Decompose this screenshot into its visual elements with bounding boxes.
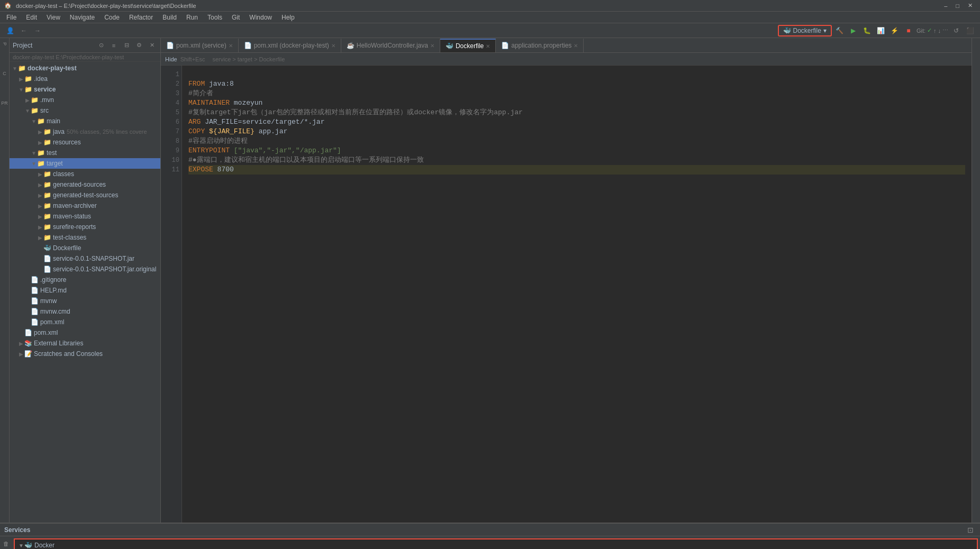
tab-app-props-close[interactable]: ✕ (574, 43, 578, 49)
code-editor[interactable]: FROM java:8 #简介者 MAINTAINER mozeyun #复制t… (182, 66, 972, 523)
menu-refactor[interactable]: Refactor (125, 13, 157, 22)
revert-btn[interactable]: ↺ (950, 25, 962, 36)
menu-run[interactable]: Run (182, 13, 202, 22)
menu-tools[interactable]: Tools (203, 13, 226, 22)
tree-item-maven-archiver[interactable]: ▶ 📁 maven-archiver (10, 200, 160, 211)
locate-btn[interactable]: ⊙ (96, 40, 106, 51)
tree-label-main: main (47, 117, 60, 125)
menu-navigate[interactable]: Navigate (66, 13, 99, 22)
code-line-11: EXPOSE 8700 (188, 165, 965, 175)
run-config-btn[interactable]: 🐳 Dockerfile ▾ (778, 25, 832, 36)
tab-hello-controller[interactable]: ☕ HelloWorldController.java ✕ (341, 39, 440, 52)
main-layout: P C PR Project ⊙ ≡ ⊟ ⚙ ✕ docker-play-tes… (0, 38, 980, 523)
tree-item-maven-status[interactable]: ▶ 📁 maven-status (10, 211, 160, 222)
arrow-main: ▼ (31, 118, 37, 124)
debug-btn[interactable]: 🐛 (861, 25, 873, 36)
tree-item-java[interactable]: ▶ 📁 java 50% classes, 25% lines covere (10, 126, 160, 137)
tree-item-dockerfile[interactable]: 🐳 Dockerfile (10, 243, 160, 253)
profile-btn[interactable]: 👤 (4, 25, 16, 36)
forward-btn[interactable]: → (32, 25, 43, 36)
tree-item-gitignore[interactable]: 📄 .gitignore (10, 274, 160, 285)
tree-item-jar-original[interactable]: 📄 service-0.0.1-SNAPSHOT.jar.original (10, 264, 160, 274)
collapse-btn[interactable]: ⊟ (121, 40, 132, 51)
close-btn[interactable]: ✕ (965, 1, 976, 10)
helpmd-icon: 📄 (31, 287, 39, 294)
code-line-4: MAINTAINER mozeyun (188, 98, 965, 108)
arrow-dockerfile (37, 245, 43, 251)
tree-item-resources[interactable]: ▶ 📁 resources (10, 137, 160, 148)
services-content-area: 🗑 ≡ ⊞ ⊟ ⊟ ⇅ + ▼ 🐳 Docker ↺ ◎ <unkno (0, 536, 980, 549)
tab-pom-root-close[interactable]: ✕ (331, 43, 335, 49)
tree-item-service[interactable]: ▼ 📁 service (10, 84, 160, 95)
tab-pom-root-label: pom.xml (docker-play-test) (254, 42, 329, 49)
tab-app-props[interactable]: 📄 application.properties ✕ (496, 39, 584, 52)
stop-run-btn[interactable]: ⬛ (964, 25, 976, 36)
coverage-btn[interactable]: 📊 (875, 25, 887, 36)
tree-item-main[interactable]: ▼ 📁 main (10, 116, 160, 126)
profile-run-btn[interactable]: ⚡ (889, 25, 901, 36)
tree-item-root[interactable]: ▼ 📁 docker-play-test (10, 63, 160, 74)
folder-icon-test-classes: 📁 (43, 234, 51, 241)
tree-item-mvnw[interactable]: 📄 mvnw (10, 296, 160, 306)
tree-item-test-classes[interactable]: ▶ 📁 test-classes (10, 232, 160, 243)
arrow-resources: ▶ (37, 140, 43, 145)
tree-item-test[interactable]: ▼ 📁 test (10, 148, 160, 158)
tree-label-ext-lib: External Libraries (34, 340, 83, 347)
commit-icon[interactable]: C (1, 70, 8, 77)
tree-item-src[interactable]: ▼ 📁 src (10, 105, 160, 116)
tab-pom-service-close[interactable]: ✕ (229, 43, 233, 49)
close-panel-btn[interactable]: ✕ (147, 40, 157, 51)
services-tree-docker[interactable]: ▼ 🐳 Docker (15, 539, 977, 549)
hide-label[interactable]: Hide (165, 56, 177, 62)
project-icon[interactable]: P (1, 40, 8, 48)
tree-item-idea[interactable]: ▶ 📁 .idea (10, 74, 160, 84)
tree-item-scratches[interactable]: ▶ 📝 Scratches and Consoles (10, 349, 160, 359)
expand-btn[interactable]: ≡ (108, 40, 119, 51)
services-delete-btn[interactable]: 🗑 (1, 538, 11, 549)
tree-item-target[interactable]: ▼ 📁 target (10, 158, 160, 169)
tree-item-gen-sources[interactable]: ▶ 📁 generated-sources (10, 179, 160, 190)
maximize-btn[interactable]: □ (952, 2, 963, 10)
tree-item-gen-test-sources[interactable]: ▶ 📁 generated-test-sources (10, 190, 160, 200)
back-btn[interactable]: ← (18, 25, 30, 36)
menu-code[interactable]: Code (100, 13, 124, 22)
top-toolbar: 👤 ← → 🐳 Dockerfile ▾ 🔨 ▶ 🐛 📊 ⚡ ■ Git: ✓ … (0, 23, 980, 38)
menu-file[interactable]: File (2, 13, 21, 22)
tree-item-mvn[interactable]: ▶ 📁 .mvn (10, 95, 160, 105)
tab-hello-controller-close[interactable]: ✕ (430, 43, 434, 49)
tree-label-gen-test-sources: generated-test-sources (53, 191, 118, 199)
run-btn[interactable]: ▶ (848, 25, 859, 36)
folder-icon-test: 📁 (37, 149, 45, 157)
tab-pom-root[interactable]: 📄 pom.xml (docker-play-test) ✕ (239, 39, 341, 52)
menu-help[interactable]: Help (277, 13, 299, 22)
tree-label-mvnw: mvnw (40, 297, 57, 305)
tree-item-helpmd[interactable]: 📄 HELP.md (10, 285, 160, 296)
menu-edit[interactable]: Edit (22, 13, 41, 22)
build-btn[interactable]: 🔨 (834, 25, 846, 36)
menu-view[interactable]: View (42, 13, 65, 22)
left-sidebar-icons: P C PR (0, 38, 10, 523)
tab-app-props-icon: 📄 (501, 42, 509, 49)
services-expand-btn[interactable]: ⊡ (965, 525, 976, 535)
tree-item-ext-lib[interactable]: ▶ 📚 External Libraries (10, 338, 160, 349)
menu-build[interactable]: Build (158, 13, 181, 22)
arrow-scratches: ▶ (18, 351, 24, 357)
minimize-btn[interactable]: – (941, 2, 950, 10)
folder-icon-java: 📁 (43, 128, 51, 135)
stop-btn[interactable]: ■ (903, 25, 914, 36)
tab-dockerfile[interactable]: 🐳 Dockerfile ✕ (440, 39, 496, 52)
tree-item-mvnwcmd[interactable]: 📄 mvnw.cmd (10, 306, 160, 317)
tab-pom-service[interactable]: 📄 pom.xml (service) ✕ (161, 39, 239, 52)
tree-item-classes[interactable]: ▶ 📁 classes (10, 169, 160, 179)
tree-item-surefire-reports[interactable]: ▶ 📁 surefire-reports (10, 222, 160, 232)
menu-window[interactable]: Window (245, 13, 276, 22)
settings-btn[interactable]: ⚙ (134, 40, 144, 51)
git-push-icon: ↑ (933, 28, 937, 34)
menu-git[interactable]: Git (228, 13, 244, 22)
tree-item-jar[interactable]: 📄 service-0.0.1-SNAPSHOT.jar (10, 253, 160, 264)
tab-dockerfile-close[interactable]: ✕ (486, 43, 490, 49)
tree-item-pom-service[interactable]: 📄 pom.xml (10, 317, 160, 327)
tree-item-pom-root[interactable]: 📄 pom.xml (10, 327, 160, 338)
pull-requests-icon[interactable]: PR (1, 99, 8, 107)
menubar: File Edit View Navigate Code Refactor Bu… (0, 12, 980, 23)
